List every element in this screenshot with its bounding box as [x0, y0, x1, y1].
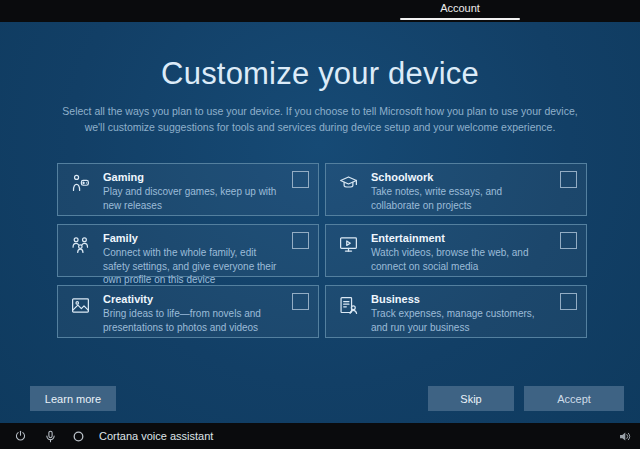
- creativity-icon: [70, 295, 91, 316]
- usage-cards-grid: Gaming Play and discover games, keep up …: [57, 163, 587, 338]
- card-family[interactable]: Family Connect with the whole family, ed…: [57, 224, 319, 277]
- card-title: Creativity: [103, 293, 284, 305]
- card-description: Take notes, write essays, and collaborat…: [371, 185, 552, 212]
- tab-account[interactable]: Account: [398, 0, 522, 22]
- card-description: Track expenses, manage customers, and ru…: [371, 307, 552, 334]
- learn-more-button[interactable]: Learn more: [30, 386, 116, 411]
- card-title: Gaming: [103, 171, 284, 183]
- family-checkbox[interactable]: [292, 232, 309, 249]
- business-icon: [338, 295, 359, 316]
- card-description: Connect with the whole family, edit safe…: [103, 246, 284, 287]
- card-title: Entertainment: [371, 232, 552, 244]
- top-progress-bar: Account: [0, 0, 640, 22]
- microphone-icon[interactable]: [44, 430, 57, 443]
- business-checkbox[interactable]: [560, 293, 577, 310]
- family-icon: [70, 234, 91, 255]
- card-entertainment[interactable]: Entertainment Watch videos, browse the w…: [325, 224, 587, 277]
- card-business[interactable]: Business Track expenses, manage customer…: [325, 285, 587, 338]
- entertainment-icon: [338, 234, 359, 255]
- entertainment-checkbox[interactable]: [560, 232, 577, 249]
- skip-button[interactable]: Skip: [428, 386, 514, 411]
- schoolwork-checkbox[interactable]: [560, 171, 577, 188]
- page-subtitle: Select all the ways you plan to use your…: [60, 104, 580, 136]
- page-title: Customize your device: [0, 56, 640, 92]
- cortana-ring-icon[interactable]: [72, 430, 85, 443]
- volume-icon[interactable]: [618, 430, 631, 443]
- card-creativity[interactable]: Creativity Bring ideas to life—from nove…: [57, 285, 319, 338]
- schoolwork-icon: [338, 173, 359, 194]
- gaming-icon: [70, 173, 91, 194]
- accept-button[interactable]: Accept: [524, 386, 624, 411]
- card-title: Family: [103, 232, 284, 244]
- card-description: Watch videos, browse the web, and connec…: [371, 246, 552, 273]
- card-title: Schoolwork: [371, 171, 552, 183]
- card-gaming[interactable]: Gaming Play and discover games, keep up …: [57, 163, 319, 216]
- power-icon[interactable]: [14, 430, 27, 443]
- tab-account-label: Account: [440, 2, 480, 14]
- cortana-label: Cortana voice assistant: [99, 430, 213, 442]
- card-title: Business: [371, 293, 552, 305]
- creativity-checkbox[interactable]: [292, 293, 309, 310]
- cortana-bar: Cortana voice assistant: [0, 423, 640, 449]
- card-description: Bring ideas to life—from novels and pres…: [103, 307, 284, 334]
- oobe-customize-screen: Account Customize your device Select all…: [0, 0, 640, 449]
- gaming-checkbox[interactable]: [292, 171, 309, 188]
- card-description: Play and discover games, keep up with ne…: [103, 185, 284, 212]
- card-schoolwork[interactable]: Schoolwork Take notes, write essays, and…: [325, 163, 587, 216]
- tab-account-underline: [400, 18, 520, 20]
